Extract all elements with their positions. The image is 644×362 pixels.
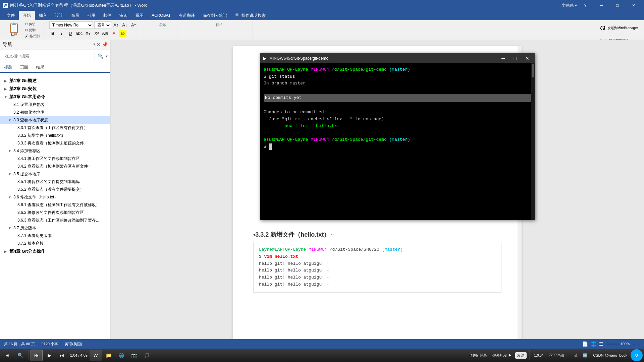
nav-item-ch3[interactable]: ▼ 第3章 Git常用命令 (0, 93, 110, 101)
bold-button[interactable]: B (49, 30, 57, 37)
tab-file[interactable]: 文件 (3, 11, 19, 20)
status-view-web[interactable]: 🌐 (591, 341, 596, 347)
tab-help-search[interactable]: 🔍操作说明搜索 (231, 11, 270, 20)
expand-icon-ch1: ▶ (4, 79, 8, 83)
clear-format-button[interactable]: Aᵃ (130, 21, 137, 29)
taskbar-start[interactable]: ⊞ (1, 350, 13, 361)
nav-item-37[interactable]: ▼ 3.7 历史版本 (0, 224, 110, 232)
nav-search-input[interactable] (3, 52, 95, 60)
help-button[interactable]: ? (578, 0, 593, 11)
taskbar-cortana[interactable]: 🔍 (14, 350, 26, 361)
text-effect-button[interactable]: A≋ (102, 30, 109, 37)
tab-design[interactable]: 设计 (51, 11, 67, 20)
copy-button[interactable]: ⊡ 复制 (24, 27, 41, 33)
nav-item-372[interactable]: 3.7.2 版本穿梭 (0, 240, 110, 247)
taskbar-app2-icon[interactable]: 🎵 (141, 350, 153, 361)
nav-search-button[interactable]: 🔍 (96, 53, 105, 59)
underline-button[interactable]: U (67, 30, 74, 37)
nav-item-352[interactable]: 3.5.2 查看状态（没有文件需要提交） (0, 186, 110, 193)
font-grow-button[interactable]: A↑ (112, 21, 120, 29)
taskbar-send-button[interactable]: 发送 (515, 352, 527, 359)
maximize-button[interactable]: □ (610, 0, 625, 11)
nav-item-36[interactable]: ▼ 3.6 修改文件（hello.txt） (0, 193, 110, 201)
nav-item-ch2[interactable]: ▶ 第2章 Git安装 (0, 85, 110, 93)
nav-item-31[interactable]: 3.1 设置用户签名 (0, 101, 110, 109)
taskbar-ime-icon[interactable]: 🔤 (581, 353, 590, 358)
nav-item-362[interactable]: 3.6.2 将修改的文件再次添加到暂存区 (0, 209, 110, 217)
taskbar-media-play[interactable]: ▶ (43, 350, 55, 361)
tab-cloudnote[interactable]: 保存到云笔记 (199, 11, 231, 20)
highlight-button[interactable]: ab (119, 30, 126, 37)
tab-insert[interactable]: 插入 (35, 11, 51, 20)
nav-item-361[interactable]: 3.6.1 查看状态（检测到工作区有文件被修改） (0, 201, 110, 209)
close-button[interactable]: ✕ (626, 0, 641, 11)
taskbar-explorer-icon[interactable]: 📁 (102, 350, 114, 361)
nav-item-34[interactable]: ▼ 3.4 添加暂存区 (0, 147, 110, 155)
nav-pin-button[interactable]: 📌 (102, 42, 108, 47)
taskbar-media-prev[interactable]: ⏮ (31, 350, 43, 361)
status-view-outline[interactable]: ☰ (599, 341, 603, 347)
tab-layout[interactable]: 布局 (67, 11, 83, 20)
tab-review[interactable]: 审阅 (115, 11, 131, 20)
terminal-close-button[interactable]: ✕ (523, 54, 532, 62)
nav-tab-headings[interactable]: 标题 (0, 62, 16, 73)
taskbar-media-next[interactable]: ⏭ (56, 350, 68, 361)
nav-item-341[interactable]: 3.4.1 将工作区的文件添加到暂存区 (0, 155, 110, 163)
nav-tab-results[interactable]: 结果 (32, 62, 48, 72)
status-zoom-out[interactable]: ─ (633, 342, 635, 346)
status-view-print[interactable]: 📄 (582, 341, 588, 347)
terminal-maximize-button[interactable]: □ (511, 54, 520, 62)
font-name-select[interactable]: Times New Ro (49, 21, 93, 29)
nav-tab-pages[interactable]: 页面 (16, 62, 32, 72)
tab-acrobat[interactable]: ACROBAT (148, 11, 175, 20)
terminal-minimize-button[interactable]: ─ (498, 54, 508, 62)
nav-item-ch1[interactable]: ▶ 第1章 Git概述 (0, 77, 110, 85)
tab-view[interactable]: 视图 (131, 11, 148, 20)
nav-item-32[interactable]: 3.2 初始化本地库 (0, 109, 110, 116)
cut-button[interactable]: ✂ 剪切 (24, 21, 41, 27)
subscript-button[interactable]: X₂ (84, 30, 92, 37)
nav-item-351[interactable]: 3.5.1 将暂存区的文件提交到本地库 (0, 178, 110, 186)
taskbar-resolution[interactable]: 720P 高清 (547, 352, 566, 358)
nav-item-332[interactable]: 3.3.2 新增文件（hello.txt） (0, 132, 110, 139)
terminal-body[interactable]: asus@LAPTOP-Layne MINGW64 /d/Git-Space/g… (260, 63, 535, 220)
superscript-button[interactable]: X² (93, 30, 100, 37)
taskbar-closed-barrage[interactable]: 已关闭弹幕 (467, 352, 489, 359)
nav-search-dropdown[interactable]: ▾ (106, 54, 108, 58)
taskbar-barrage-gifts[interactable]: 弹幕礼发 ▶ (490, 352, 514, 359)
mindmanager-button[interactable]: 🗘 发送到MindManager (598, 23, 640, 33)
nav-item-35[interactable]: ▼ 3.5 提交本地库 (0, 170, 110, 178)
nav-item-342[interactable]: 3.4.2 查看状态（检测到暂存区有新文件） (0, 163, 110, 170)
terminal-window[interactable]: ▶ MINGW64:/d/Git-Space/git-demo ─ □ ✕ as… (260, 53, 535, 220)
nav-item-ch4[interactable]: ▶ 第4章 Git分支操作 (0, 247, 110, 255)
strikethrough-button[interactable]: abc (75, 30, 83, 37)
taskbar-word-icon[interactable]: W (90, 350, 102, 361)
nav-settings-button[interactable]: ▾ (93, 42, 95, 47)
paste-button[interactable]: 📋 粘贴 (5, 21, 22, 39)
taskbar-browser-icon[interactable]: 🌐 (115, 350, 127, 361)
tab-mailings[interactable]: 邮件 (99, 11, 115, 20)
user-account[interactable]: 李鸭鸭 ▾ (561, 0, 577, 11)
terminal-scrollbar-track[interactable] (531, 63, 535, 220)
text-color-button[interactable]: A (110, 30, 118, 37)
nav-item-363[interactable]: 3.6.3 查看状态（工作区的修改添加到了暂存... (0, 217, 110, 224)
status-zoom-in[interactable]: + (638, 342, 640, 346)
nav-item-333[interactable]: 3.3.3 再次查看（检测到未追踪的文件） (0, 139, 110, 147)
taskbar-app1-icon[interactable]: 📷 (128, 350, 140, 361)
status-zoom-slider[interactable]: ───── 100% (606, 342, 630, 346)
format-painter-button[interactable]: 🖌 格式刷 (24, 34, 41, 39)
tab-youdao[interactable]: 有道翻译 (175, 11, 199, 20)
taskbar-avatar[interactable]: U (631, 349, 643, 361)
nav-item-33[interactable]: ▼ 3.3 查看本地库状态 (0, 116, 110, 124)
tab-home[interactable]: 开始 (19, 11, 35, 20)
nav-item-371[interactable]: 3.7.1 查看历史版本 (0, 232, 110, 240)
italic-button[interactable]: I (58, 30, 65, 37)
font-size-select[interactable]: 四号 (94, 21, 111, 29)
terminal-scrollbar-thumb[interactable] (532, 64, 534, 77)
minimize-button[interactable]: ─ (594, 0, 609, 11)
nav-close-button[interactable]: ✕ (97, 42, 101, 47)
taskbar-input-method[interactable]: 英 (572, 352, 580, 359)
font-shrink-button[interactable]: A↓ (121, 21, 128, 29)
nav-item-331[interactable]: 3.3.1 首次查看（工作区没有任何文件） (0, 124, 110, 132)
tab-references[interactable]: 引用 (83, 11, 99, 20)
